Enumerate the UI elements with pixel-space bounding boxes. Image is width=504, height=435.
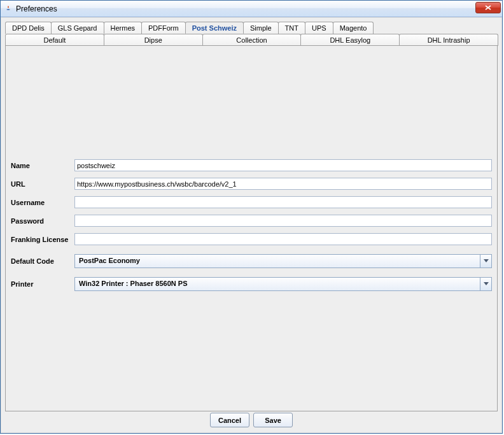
tab-dipse[interactable]: Dipse [104,34,203,46]
name-input[interactable] [74,159,492,171]
close-button[interactable] [475,2,501,13]
password-label: Password [11,217,74,225]
tab-magento[interactable]: Magento [333,22,374,34]
chevron-down-icon[interactable] [480,255,491,267]
cancel-button[interactable]: Cancel [210,413,249,427]
tabs: DPD Delis GLS Gepard Hermes PDFForm Post… [5,22,498,411]
button-bar: Cancel Save [1,413,501,427]
tab-default[interactable]: Default [5,34,104,46]
tab-ups[interactable]: UPS [305,22,333,34]
java-icon [3,4,13,14]
name-label: Name [11,162,74,169]
default-code-label: Default Code [11,257,74,265]
username-input[interactable] [74,196,492,208]
tab-hermes[interactable]: Hermes [104,22,143,34]
tab-dhl-intraship[interactable]: DHL Intraship [399,34,498,46]
printer-label: Printer [11,280,74,288]
url-label: URL [11,180,74,188]
tab-row-2: Default Dipse Collection DHL Easylog DHL… [5,34,498,46]
tab-pdfform[interactable]: PDFForm [141,22,186,34]
tab-row-1: DPD Delis GLS Gepard Hermes PDFForm Post… [5,22,498,34]
save-button[interactable]: Save [253,413,293,427]
franking-license-label: Franking License [11,236,74,243]
tab-post-schweiz[interactable]: Post Schweiz [185,22,244,34]
tab-collection[interactable]: Collection [202,34,302,46]
tab-gls-gepard[interactable]: GLS Gepard [51,22,104,34]
tab-dhl-easylog[interactable]: DHL Easylog [300,34,400,46]
url-input[interactable] [74,178,492,190]
tab-simple[interactable]: Simple [243,22,279,34]
printer-value: Win32 Printer : Phaser 8560N PS [75,278,480,290]
titlebar: Preferences [1,1,502,17]
password-input[interactable] [74,215,492,227]
username-label: Username [11,199,74,206]
tab-tnt[interactable]: TNT [278,22,305,34]
default-code-select[interactable]: PostPac Economy [74,254,492,268]
printer-select[interactable]: Win32 Printer : Phaser 8560N PS [74,277,492,291]
form: Name URL Username Password [11,159,492,297]
default-code-value: PostPac Economy [75,255,480,267]
tab-dpd-delis[interactable]: DPD Delis [5,22,52,34]
franking-license-input[interactable] [74,233,492,245]
client-area: DPD Delis GLS Gepard Hermes PDFForm Post… [1,17,502,433]
preferences-window: Preferences DPD Delis GLS Gepard Hermes … [0,0,503,434]
tab-panel: Name URL Username Password [5,45,498,411]
window-title: Preferences [16,4,57,13]
chevron-down-icon[interactable] [480,278,491,290]
